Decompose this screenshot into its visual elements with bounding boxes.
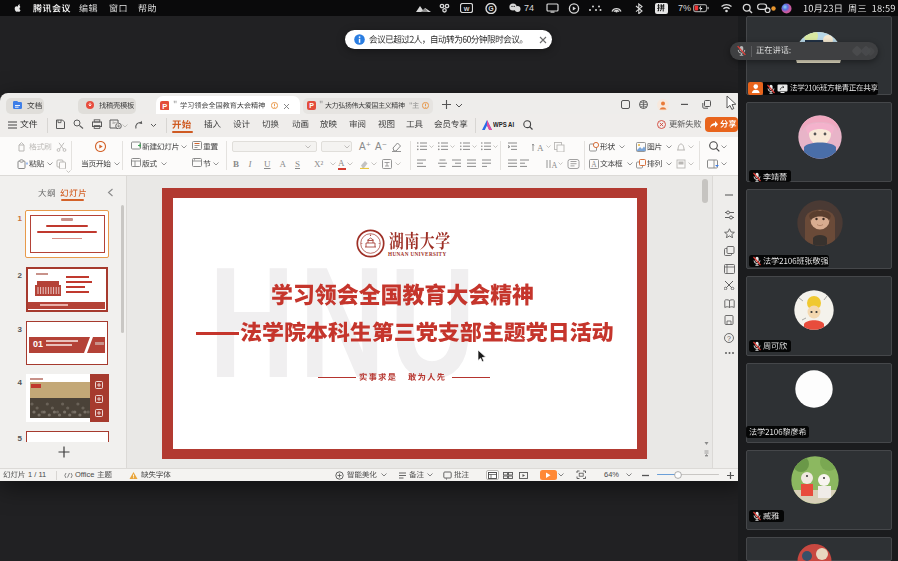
svg-text:A: A: [552, 160, 558, 169]
svg-text:?: ?: [727, 334, 731, 341]
svg-text:A: A: [537, 143, 544, 152]
svg-text:G: G: [488, 5, 494, 12]
svg-text:A: A: [591, 160, 597, 169]
svg-text:P: P: [162, 101, 167, 110]
svg-text:P: P: [309, 102, 314, 109]
svg-text:W: W: [464, 6, 470, 12]
